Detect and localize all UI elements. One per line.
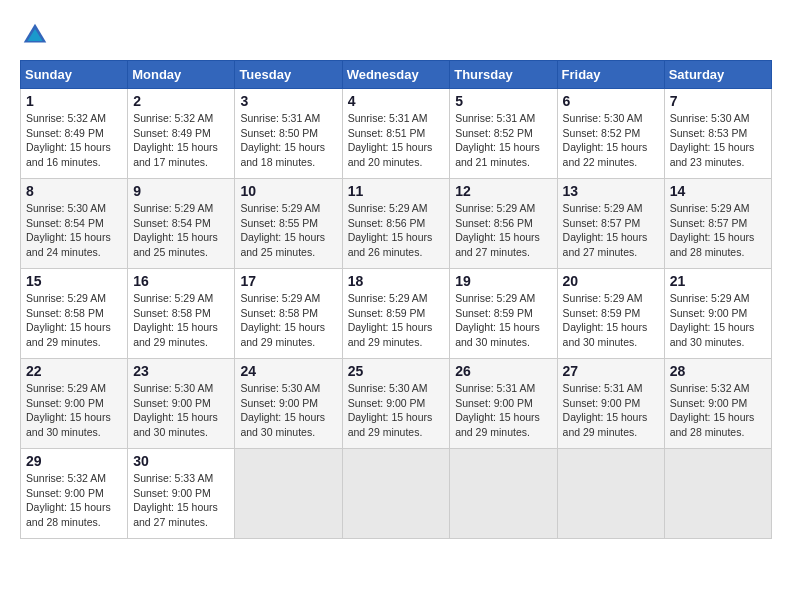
day-info: Sunrise: 5:31 AMSunset: 8:50 PMDaylight:… bbox=[240, 111, 336, 170]
calendar-cell: 24Sunrise: 5:30 AMSunset: 9:00 PMDayligh… bbox=[235, 359, 342, 449]
day-number: 12 bbox=[455, 183, 551, 199]
calendar-cell bbox=[450, 449, 557, 539]
day-info: Sunrise: 5:30 AMSunset: 9:00 PMDaylight:… bbox=[348, 381, 445, 440]
day-info: Sunrise: 5:30 AMSunset: 8:53 PMDaylight:… bbox=[670, 111, 766, 170]
day-info: Sunrise: 5:29 AMSunset: 8:58 PMDaylight:… bbox=[240, 291, 336, 350]
header-friday: Friday bbox=[557, 61, 664, 89]
day-number: 13 bbox=[563, 183, 659, 199]
day-number: 14 bbox=[670, 183, 766, 199]
calendar-header-row: SundayMondayTuesdayWednesdayThursdayFrid… bbox=[21, 61, 772, 89]
day-info: Sunrise: 5:31 AMSunset: 9:00 PMDaylight:… bbox=[563, 381, 659, 440]
day-info: Sunrise: 5:30 AMSunset: 9:00 PMDaylight:… bbox=[133, 381, 229, 440]
calendar-week-row: 22Sunrise: 5:29 AMSunset: 9:00 PMDayligh… bbox=[21, 359, 772, 449]
day-info: Sunrise: 5:30 AMSunset: 9:00 PMDaylight:… bbox=[240, 381, 336, 440]
day-info: Sunrise: 5:31 AMSunset: 9:00 PMDaylight:… bbox=[455, 381, 551, 440]
day-number: 19 bbox=[455, 273, 551, 289]
day-info: Sunrise: 5:29 AMSunset: 8:59 PMDaylight:… bbox=[455, 291, 551, 350]
day-number: 25 bbox=[348, 363, 445, 379]
calendar-week-row: 29Sunrise: 5:32 AMSunset: 9:00 PMDayligh… bbox=[21, 449, 772, 539]
calendar-cell: 21Sunrise: 5:29 AMSunset: 9:00 PMDayligh… bbox=[664, 269, 771, 359]
calendar-cell: 7Sunrise: 5:30 AMSunset: 8:53 PMDaylight… bbox=[664, 89, 771, 179]
calendar-cell: 26Sunrise: 5:31 AMSunset: 9:00 PMDayligh… bbox=[450, 359, 557, 449]
day-number: 23 bbox=[133, 363, 229, 379]
day-info: Sunrise: 5:29 AMSunset: 8:55 PMDaylight:… bbox=[240, 201, 336, 260]
day-number: 24 bbox=[240, 363, 336, 379]
calendar-cell: 27Sunrise: 5:31 AMSunset: 9:00 PMDayligh… bbox=[557, 359, 664, 449]
day-number: 11 bbox=[348, 183, 445, 199]
day-info: Sunrise: 5:30 AMSunset: 8:52 PMDaylight:… bbox=[563, 111, 659, 170]
day-info: Sunrise: 5:29 AMSunset: 8:54 PMDaylight:… bbox=[133, 201, 229, 260]
calendar-cell: 9Sunrise: 5:29 AMSunset: 8:54 PMDaylight… bbox=[128, 179, 235, 269]
day-number: 16 bbox=[133, 273, 229, 289]
calendar-cell: 15Sunrise: 5:29 AMSunset: 8:58 PMDayligh… bbox=[21, 269, 128, 359]
calendar-cell: 23Sunrise: 5:30 AMSunset: 9:00 PMDayligh… bbox=[128, 359, 235, 449]
day-info: Sunrise: 5:32 AMSunset: 8:49 PMDaylight:… bbox=[133, 111, 229, 170]
day-number: 27 bbox=[563, 363, 659, 379]
calendar-cell: 30Sunrise: 5:33 AMSunset: 9:00 PMDayligh… bbox=[128, 449, 235, 539]
calendar-cell: 12Sunrise: 5:29 AMSunset: 8:56 PMDayligh… bbox=[450, 179, 557, 269]
day-number: 15 bbox=[26, 273, 122, 289]
day-info: Sunrise: 5:29 AMSunset: 8:58 PMDaylight:… bbox=[133, 291, 229, 350]
day-info: Sunrise: 5:29 AMSunset: 8:57 PMDaylight:… bbox=[670, 201, 766, 260]
calendar-week-row: 15Sunrise: 5:29 AMSunset: 8:58 PMDayligh… bbox=[21, 269, 772, 359]
header-wednesday: Wednesday bbox=[342, 61, 450, 89]
day-number: 8 bbox=[26, 183, 122, 199]
logo-icon bbox=[20, 20, 50, 50]
calendar-cell bbox=[664, 449, 771, 539]
calendar-cell: 3Sunrise: 5:31 AMSunset: 8:50 PMDaylight… bbox=[235, 89, 342, 179]
calendar-cell: 18Sunrise: 5:29 AMSunset: 8:59 PMDayligh… bbox=[342, 269, 450, 359]
day-info: Sunrise: 5:33 AMSunset: 9:00 PMDaylight:… bbox=[133, 471, 229, 530]
day-info: Sunrise: 5:32 AMSunset: 9:00 PMDaylight:… bbox=[670, 381, 766, 440]
header-monday: Monday bbox=[128, 61, 235, 89]
day-info: Sunrise: 5:29 AMSunset: 8:57 PMDaylight:… bbox=[563, 201, 659, 260]
calendar-cell bbox=[235, 449, 342, 539]
calendar-cell bbox=[342, 449, 450, 539]
day-info: Sunrise: 5:30 AMSunset: 8:54 PMDaylight:… bbox=[26, 201, 122, 260]
day-info: Sunrise: 5:31 AMSunset: 8:52 PMDaylight:… bbox=[455, 111, 551, 170]
calendar-cell: 13Sunrise: 5:29 AMSunset: 8:57 PMDayligh… bbox=[557, 179, 664, 269]
calendar-cell: 11Sunrise: 5:29 AMSunset: 8:56 PMDayligh… bbox=[342, 179, 450, 269]
day-info: Sunrise: 5:29 AMSunset: 9:00 PMDaylight:… bbox=[26, 381, 122, 440]
day-number: 2 bbox=[133, 93, 229, 109]
day-info: Sunrise: 5:32 AMSunset: 9:00 PMDaylight:… bbox=[26, 471, 122, 530]
day-info: Sunrise: 5:29 AMSunset: 8:58 PMDaylight:… bbox=[26, 291, 122, 350]
day-number: 30 bbox=[133, 453, 229, 469]
calendar-cell: 22Sunrise: 5:29 AMSunset: 9:00 PMDayligh… bbox=[21, 359, 128, 449]
calendar-cell: 20Sunrise: 5:29 AMSunset: 8:59 PMDayligh… bbox=[557, 269, 664, 359]
day-info: Sunrise: 5:29 AMSunset: 8:59 PMDaylight:… bbox=[563, 291, 659, 350]
day-number: 1 bbox=[26, 93, 122, 109]
calendar-cell: 1Sunrise: 5:32 AMSunset: 8:49 PMDaylight… bbox=[21, 89, 128, 179]
calendar-cell: 28Sunrise: 5:32 AMSunset: 9:00 PMDayligh… bbox=[664, 359, 771, 449]
calendar-cell: 16Sunrise: 5:29 AMSunset: 8:58 PMDayligh… bbox=[128, 269, 235, 359]
calendar-cell: 25Sunrise: 5:30 AMSunset: 9:00 PMDayligh… bbox=[342, 359, 450, 449]
day-number: 18 bbox=[348, 273, 445, 289]
logo bbox=[20, 20, 54, 50]
header-tuesday: Tuesday bbox=[235, 61, 342, 89]
day-number: 22 bbox=[26, 363, 122, 379]
day-number: 21 bbox=[670, 273, 766, 289]
calendar-cell: 5Sunrise: 5:31 AMSunset: 8:52 PMDaylight… bbox=[450, 89, 557, 179]
day-info: Sunrise: 5:29 AMSunset: 8:59 PMDaylight:… bbox=[348, 291, 445, 350]
header-saturday: Saturday bbox=[664, 61, 771, 89]
day-number: 26 bbox=[455, 363, 551, 379]
day-info: Sunrise: 5:29 AMSunset: 9:00 PMDaylight:… bbox=[670, 291, 766, 350]
day-number: 7 bbox=[670, 93, 766, 109]
day-number: 9 bbox=[133, 183, 229, 199]
day-number: 10 bbox=[240, 183, 336, 199]
calendar-cell: 10Sunrise: 5:29 AMSunset: 8:55 PMDayligh… bbox=[235, 179, 342, 269]
day-number: 5 bbox=[455, 93, 551, 109]
day-number: 20 bbox=[563, 273, 659, 289]
calendar-cell: 17Sunrise: 5:29 AMSunset: 8:58 PMDayligh… bbox=[235, 269, 342, 359]
day-number: 17 bbox=[240, 273, 336, 289]
day-info: Sunrise: 5:29 AMSunset: 8:56 PMDaylight:… bbox=[348, 201, 445, 260]
calendar-cell: 29Sunrise: 5:32 AMSunset: 9:00 PMDayligh… bbox=[21, 449, 128, 539]
day-number: 4 bbox=[348, 93, 445, 109]
day-info: Sunrise: 5:32 AMSunset: 8:49 PMDaylight:… bbox=[26, 111, 122, 170]
day-number: 29 bbox=[26, 453, 122, 469]
calendar-cell: 8Sunrise: 5:30 AMSunset: 8:54 PMDaylight… bbox=[21, 179, 128, 269]
header-sunday: Sunday bbox=[21, 61, 128, 89]
calendar-cell: 4Sunrise: 5:31 AMSunset: 8:51 PMDaylight… bbox=[342, 89, 450, 179]
page-header bbox=[20, 20, 772, 50]
day-number: 28 bbox=[670, 363, 766, 379]
calendar-week-row: 1Sunrise: 5:32 AMSunset: 8:49 PMDaylight… bbox=[21, 89, 772, 179]
